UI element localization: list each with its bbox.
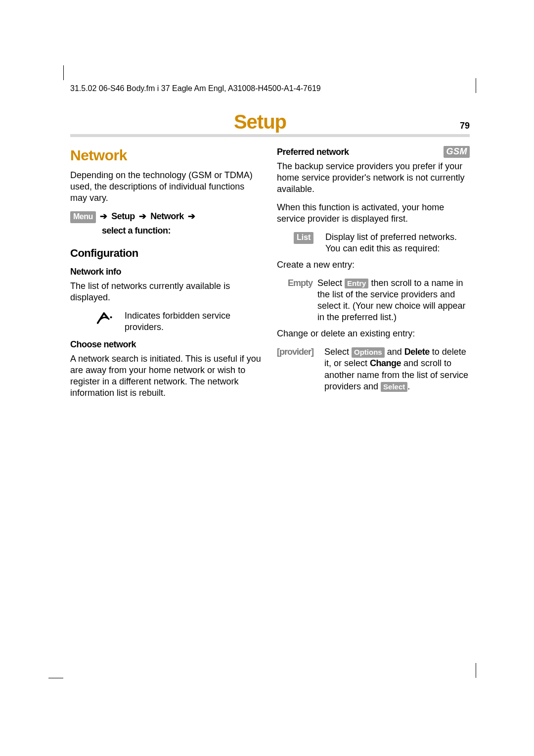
list-body: Display list of preferred networks. You … [325, 232, 470, 254]
item-heading-choose-network: Choose network [70, 339, 263, 350]
empty-body: Select Entry then scroll to a name in th… [317, 278, 470, 323]
options-badge: Options [352, 347, 385, 357]
menu-path: Menu ➔ Setup ➔ Network ➔ [70, 211, 263, 223]
select-badge: Select [381, 382, 407, 392]
delete-word: Delete [404, 347, 430, 357]
choose-network-text: A network search is initiated. This is u… [70, 353, 263, 399]
term-empty: Empty [277, 278, 312, 323]
menu-step-setup: Setup [111, 211, 135, 221]
create-entry-label: Create a new entry: [277, 259, 470, 271]
provider-body: Select Options and Delete to delete it, … [324, 346, 470, 392]
change-word: Change [370, 358, 401, 368]
preferred-p2: When this function is activated, your ho… [277, 202, 470, 225]
menu-tail: select a function: [70, 225, 263, 236]
item-heading-preferred-network: Preferred network [277, 146, 349, 158]
preferred-p1: The backup service providers you prefer … [277, 161, 470, 195]
section-heading-network: Network [70, 146, 263, 165]
arrow-icon: ➔ [186, 211, 197, 221]
crop-mark [476, 78, 476, 93]
crop-mark [476, 663, 476, 678]
menu-badge: Menu [70, 211, 96, 223]
title-rule [70, 134, 470, 137]
term-provider: [provider] [277, 346, 319, 392]
subheading-configuration: Configuration [70, 246, 263, 260]
page-number: 79 [460, 121, 470, 131]
network-intro: Depending on the technology (GSM or TDMA… [70, 170, 263, 204]
crop-mark [63, 65, 64, 80]
entry-badge: Entry [345, 279, 368, 288]
forbidden-icon [94, 310, 116, 333]
change-delete-label: Change or delete an existing entry: [277, 328, 470, 339]
gsm-badge: GSM [444, 146, 470, 158]
item-heading-network-info: Network info [70, 266, 263, 278]
menu-step-network: Network [150, 211, 184, 221]
page-title: Setup [70, 111, 450, 133]
crop-mark [48, 678, 63, 678]
doc-meta-line: 31.5.02 06-S46 Body.fm i 37 Eagle Am Eng… [70, 84, 470, 93]
network-info-text: The list of networks currently available… [70, 281, 263, 303]
forbidden-text: Indicates forbidden service providers. [125, 310, 263, 333]
svg-point-0 [110, 316, 112, 318]
arrow-icon: ➔ [137, 211, 148, 221]
arrow-icon: ➔ [98, 211, 109, 221]
list-badge: List [294, 232, 313, 243]
